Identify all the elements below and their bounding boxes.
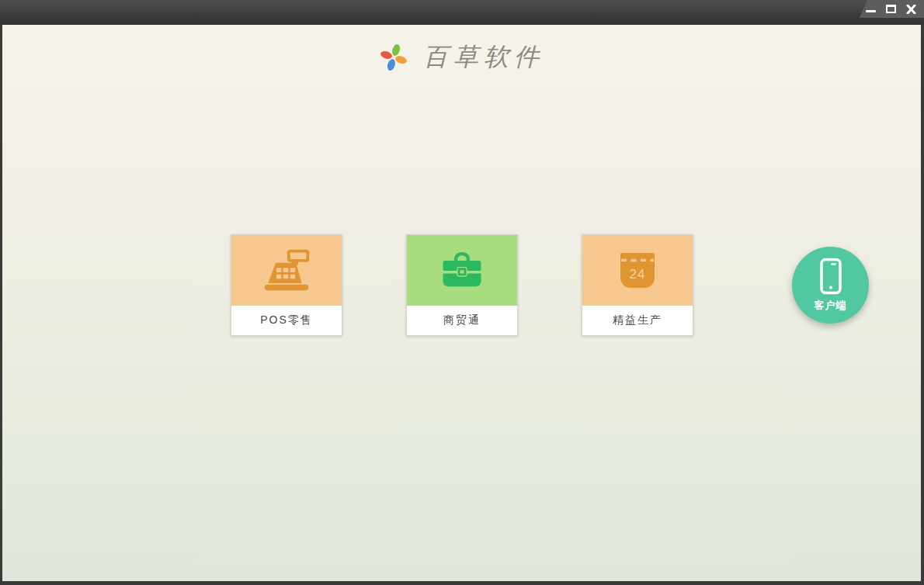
launcher-window: { "window": { "controls": [ { "name": "m… [0,0,924,585]
close-icon [906,5,916,14]
trade-tile [407,235,517,306]
maximize-icon [886,5,896,13]
title-bar[interactable] [0,0,924,25]
client-button[interactable]: 客户端 [792,247,869,324]
product-card-pos[interactable]: POS零售 [231,234,342,336]
client-button-label: 客户端 [815,299,847,313]
product-card-trade[interactable]: 商贸通 [406,234,518,336]
maximize-button[interactable] [884,3,897,15]
product-card-lean[interactable]: 24 精益生产 [582,234,693,336]
trade-label: 商贸通 [407,306,517,335]
minimize-button[interactable] [864,3,877,15]
calendar-day-text: 24 [630,267,646,282]
lean-label: 精益生产 [582,306,693,335]
minimize-icon [866,10,876,12]
smartphone-icon [819,258,842,295]
pos-tile [231,235,342,306]
window-controls [856,0,924,18]
app-title: 百草软件 [423,40,544,74]
app-header: 百草软件 [0,40,924,74]
pos-label: POS零售 [231,306,342,335]
cash-register-icon [262,248,311,293]
lean-tile: 24 [582,235,693,306]
briefcase-icon [440,252,484,289]
pinwheel-logo-icon [380,43,408,71]
close-button[interactable] [905,3,917,15]
calendar-icon: 24 [620,252,655,289]
